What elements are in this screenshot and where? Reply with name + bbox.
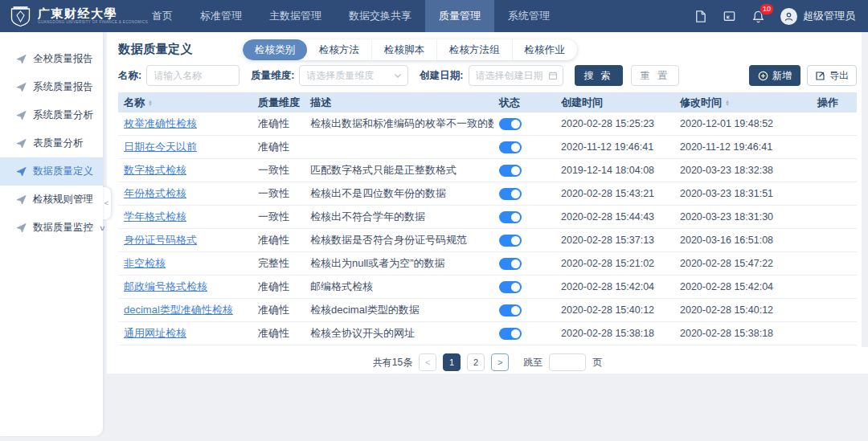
tab-检核方法组[interactable]: 检核方法组: [437, 39, 513, 60]
column-header-状态: 状态: [493, 96, 555, 110]
sort-icon[interactable]: ▲▼: [725, 100, 730, 106]
status-toggle-on[interactable]: [499, 165, 522, 177]
column-header-修改时间[interactable]: 修改时间▲▼: [674, 96, 799, 110]
sidebar-item-数据质量定义[interactable]: 数据质量定义: [0, 157, 103, 186]
nav-item-系统管理[interactable]: 系统管理: [494, 0, 563, 32]
sidebar-item-全校质量报告[interactable]: 全校质量报告: [0, 45, 103, 73]
rule-name-cell: 枚举准确性检核: [118, 116, 252, 131]
jump-page-input[interactable]: [549, 353, 586, 371]
scrollbar-track[interactable]: [862, 32, 868, 347]
rule-dimension-cell: 准确性: [252, 303, 305, 317]
rule-status-cell: [493, 328, 555, 340]
sidebar-item-label: 表质量分析: [33, 137, 84, 150]
column-header-名称[interactable]: 名称▲▼: [118, 96, 252, 110]
sidebar-item-系统质量分析[interactable]: 系统质量分析: [0, 101, 103, 129]
rule-name-link[interactable]: 年份格式检核: [124, 187, 186, 199]
rule-name-link[interactable]: 枚举准确性检核: [124, 117, 197, 129]
sidebar-collapse-handle[interactable]: <: [102, 186, 112, 220]
modified-time-cell: 2020-03-23 18:31:30: [674, 211, 799, 223]
column-header-label: 质量维度: [258, 96, 300, 110]
rule-name-link[interactable]: 非空检核: [124, 257, 166, 269]
column-header-质量维度: 质量维度: [252, 96, 305, 110]
rule-dimension-cell: 一致性: [252, 210, 305, 224]
nav-item-首页[interactable]: 首页: [138, 0, 186, 32]
rule-name-link[interactable]: 学年格式检核: [124, 210, 186, 223]
modified-time-cell: 2020-03-16 16:51:08: [674, 235, 799, 246]
dimension-filter-select[interactable]: [299, 65, 408, 86]
university-logo[interactable]: 广東财经大學 GUANGDONG UNIVERSITY OF FINANCE &…: [0, 6, 138, 27]
add-button[interactable]: 新增: [749, 65, 800, 86]
created-time-cell: 2020-11-12 19:46:41: [555, 141, 674, 153]
chevron-down-icon: ∨: [99, 224, 106, 232]
created-time-cell: 2020-02-28 15:21:02: [555, 258, 674, 269]
next-page-button[interactable]: >: [491, 353, 509, 371]
page-title: 数据质量定义: [118, 42, 193, 57]
nav-item-数据交换共享[interactable]: 数据交换共享: [335, 0, 425, 32]
user-menu[interactable]: 超级管理员: [780, 8, 855, 25]
fullscreen-icon[interactable]: [723, 10, 736, 23]
status-toggle-on[interactable]: [499, 281, 522, 293]
tab-检核方法[interactable]: 检核方法: [307, 39, 372, 60]
page-button-2[interactable]: 2: [467, 353, 485, 371]
rule-name-link[interactable]: 通用网址检核: [124, 327, 186, 339]
rule-name-link[interactable]: 身份证号码格式: [124, 234, 197, 246]
rule-name-link[interactable]: 邮政编号格式检核: [124, 280, 207, 292]
table-row: 枚举准确性检核准确性检核出数据和标准编码的枚举不一致的数据2020-02-28 …: [118, 112, 857, 136]
rule-name-cell: 数字格式检核: [118, 163, 252, 178]
export-button-label: 导出: [829, 69, 849, 83]
date-filter-input[interactable]: [469, 65, 563, 86]
rule-name-link[interactable]: 日期在今天以前: [124, 141, 197, 153]
sidebar-item-系统质量报告[interactable]: 系统质量报告: [0, 73, 103, 101]
filter-row: 名称: 质量维度: 创建日期: 搜 索 重 置: [118, 63, 857, 88]
user-name: 超级管理员: [803, 9, 855, 23]
sidebar-item-数据质量监控[interactable]: 数据质量监控∨: [0, 214, 103, 242]
created-time-cell: 2020-02-28 15:42:04: [555, 281, 674, 292]
bell-icon[interactable]: 10: [751, 10, 765, 23]
table-row: 非空检核完整性检核出为null或者为空”的数据2020-02-28 15:21:…: [118, 252, 857, 276]
add-button-label: 新增: [772, 69, 792, 83]
rule-name-link[interactable]: 数字格式检核: [124, 164, 186, 176]
tab-检核类别[interactable]: 检核类别: [243, 39, 307, 60]
status-toggle-on[interactable]: [499, 188, 522, 200]
table-row: 身份证号码格式准确性检核数据是否符合身份证号码规范2020-02-28 15:3…: [118, 229, 857, 252]
rule-description-cell: 邮编格式检核: [305, 280, 493, 294]
status-toggle-on[interactable]: [499, 304, 522, 316]
document-icon[interactable]: [694, 10, 707, 23]
jump-suffix-label: 页: [592, 356, 602, 370]
tab-检核作业[interactable]: 检核作业: [513, 39, 577, 60]
status-toggle-on[interactable]: [499, 235, 522, 247]
status-toggle-on[interactable]: [499, 211, 522, 223]
rule-name-link[interactable]: decimal类型准确性检核: [124, 304, 233, 316]
date-filter-label: 创建日期:: [420, 69, 463, 83]
export-icon: [815, 71, 825, 81]
column-header-label: 描述: [310, 96, 331, 110]
status-toggle-on[interactable]: [499, 328, 522, 340]
column-header-label: 修改时间: [680, 96, 722, 110]
nav-item-主数据管理[interactable]: 主数据管理: [256, 0, 335, 32]
sidebar-item-label: 数据质量定义: [33, 165, 93, 178]
prev-page-button[interactable]: <: [419, 353, 436, 371]
page-button-1[interactable]: 1: [443, 353, 461, 371]
tab-检核脚本[interactable]: 检核脚本: [372, 39, 437, 60]
sidebar-item-表质量分析[interactable]: 表质量分析: [0, 129, 103, 157]
modified-time-cell: 2020-02-28 15:40:12: [674, 304, 799, 316]
nav-item-标准管理[interactable]: 标准管理: [186, 0, 256, 32]
created-time-cell: 2020-02-28 15:40:12: [555, 304, 674, 316]
export-button[interactable]: 导出: [807, 65, 857, 86]
sort-icon[interactable]: ▲▼: [148, 100, 153, 106]
sidebar-item-检核规则管理[interactable]: 检核规则管理: [0, 186, 103, 214]
table-header-row: 名称▲▼质量维度描述状态创建时间修改时间▲▼操作: [118, 92, 857, 112]
app-root: 广東财经大學 GUANGDONG UNIVERSITY OF FINANCE &…: [0, 0, 868, 441]
status-toggle-on[interactable]: [499, 258, 522, 270]
nav-item-质量管理[interactable]: 质量管理: [425, 0, 494, 32]
rule-dimension-cell: 准确性: [252, 233, 305, 247]
sidebar-item-label: 全校质量报告: [33, 52, 93, 66]
rule-status-cell: [493, 118, 555, 130]
name-filter-input[interactable]: [146, 65, 240, 86]
rule-status-cell: [493, 211, 555, 223]
status-toggle-on[interactable]: [499, 141, 522, 153]
reset-button[interactable]: 重 置: [631, 65, 679, 86]
search-button[interactable]: 搜 索: [575, 65, 623, 86]
status-toggle-on[interactable]: [499, 118, 522, 130]
created-time-cell: 2019-12-14 18:04:08: [555, 165, 674, 176]
